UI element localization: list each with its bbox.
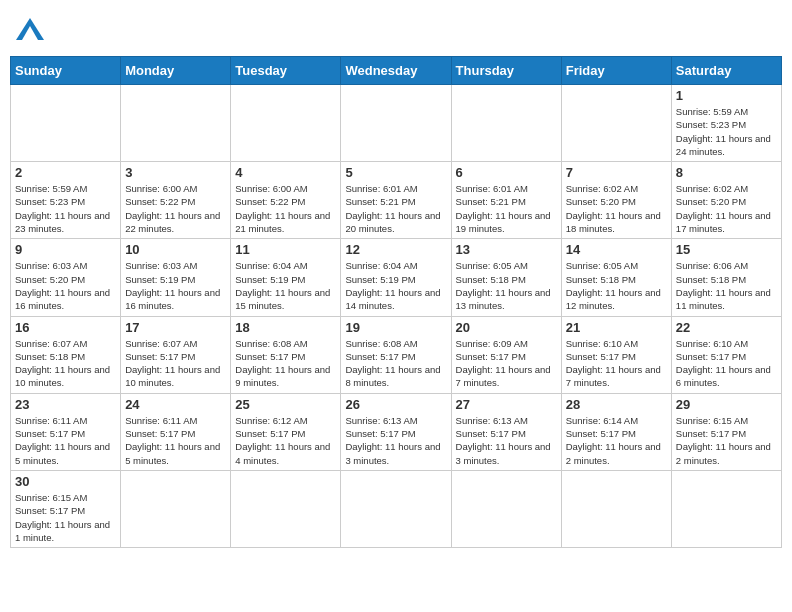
calendar-week-row: 16Sunrise: 6:07 AMSunset: 5:18 PMDayligh… bbox=[11, 316, 782, 393]
day-number: 13 bbox=[456, 242, 557, 257]
day-info: Sunrise: 6:06 AMSunset: 5:18 PMDaylight:… bbox=[676, 259, 777, 312]
calendar-cell: 19Sunrise: 6:08 AMSunset: 5:17 PMDayligh… bbox=[341, 316, 451, 393]
column-header-thursday: Thursday bbox=[451, 57, 561, 85]
logo-icon bbox=[16, 18, 44, 40]
calendar-cell: 8Sunrise: 6:02 AMSunset: 5:20 PMDaylight… bbox=[671, 162, 781, 239]
calendar-cell bbox=[561, 470, 671, 547]
calendar-cell: 6Sunrise: 6:01 AMSunset: 5:21 PMDaylight… bbox=[451, 162, 561, 239]
calendar-cell bbox=[231, 85, 341, 162]
calendar-cell: 21Sunrise: 6:10 AMSunset: 5:17 PMDayligh… bbox=[561, 316, 671, 393]
calendar-cell bbox=[11, 85, 121, 162]
calendar-week-row: 2Sunrise: 5:59 AMSunset: 5:23 PMDaylight… bbox=[11, 162, 782, 239]
day-info: Sunrise: 6:11 AMSunset: 5:17 PMDaylight:… bbox=[125, 414, 226, 467]
day-number: 10 bbox=[125, 242, 226, 257]
calendar-cell: 5Sunrise: 6:01 AMSunset: 5:21 PMDaylight… bbox=[341, 162, 451, 239]
day-info: Sunrise: 6:01 AMSunset: 5:21 PMDaylight:… bbox=[345, 182, 446, 235]
column-header-wednesday: Wednesday bbox=[341, 57, 451, 85]
calendar-cell: 16Sunrise: 6:07 AMSunset: 5:18 PMDayligh… bbox=[11, 316, 121, 393]
calendar-cell bbox=[341, 470, 451, 547]
calendar-cell: 7Sunrise: 6:02 AMSunset: 5:20 PMDaylight… bbox=[561, 162, 671, 239]
calendar-cell: 30Sunrise: 6:15 AMSunset: 5:17 PMDayligh… bbox=[11, 470, 121, 547]
calendar-week-row: 1Sunrise: 5:59 AMSunset: 5:23 PMDaylight… bbox=[11, 85, 782, 162]
calendar-week-row: 9Sunrise: 6:03 AMSunset: 5:20 PMDaylight… bbox=[11, 239, 782, 316]
day-info: Sunrise: 6:13 AMSunset: 5:17 PMDaylight:… bbox=[456, 414, 557, 467]
calendar-cell: 2Sunrise: 5:59 AMSunset: 5:23 PMDaylight… bbox=[11, 162, 121, 239]
day-number: 11 bbox=[235, 242, 336, 257]
day-number: 3 bbox=[125, 165, 226, 180]
logo bbox=[14, 18, 44, 40]
day-info: Sunrise: 6:07 AMSunset: 5:18 PMDaylight:… bbox=[15, 337, 116, 390]
day-number: 14 bbox=[566, 242, 667, 257]
calendar-cell: 22Sunrise: 6:10 AMSunset: 5:17 PMDayligh… bbox=[671, 316, 781, 393]
calendar-table: SundayMondayTuesdayWednesdayThursdayFrid… bbox=[10, 56, 782, 548]
calendar-week-row: 30Sunrise: 6:15 AMSunset: 5:17 PMDayligh… bbox=[11, 470, 782, 547]
calendar-cell: 26Sunrise: 6:13 AMSunset: 5:17 PMDayligh… bbox=[341, 393, 451, 470]
calendar-cell: 12Sunrise: 6:04 AMSunset: 5:19 PMDayligh… bbox=[341, 239, 451, 316]
day-number: 26 bbox=[345, 397, 446, 412]
page-header bbox=[10, 10, 782, 48]
column-header-friday: Friday bbox=[561, 57, 671, 85]
day-info: Sunrise: 6:11 AMSunset: 5:17 PMDaylight:… bbox=[15, 414, 116, 467]
day-info: Sunrise: 6:08 AMSunset: 5:17 PMDaylight:… bbox=[235, 337, 336, 390]
day-info: Sunrise: 6:01 AMSunset: 5:21 PMDaylight:… bbox=[456, 182, 557, 235]
day-number: 2 bbox=[15, 165, 116, 180]
calendar-cell: 10Sunrise: 6:03 AMSunset: 5:19 PMDayligh… bbox=[121, 239, 231, 316]
day-number: 21 bbox=[566, 320, 667, 335]
day-info: Sunrise: 6:04 AMSunset: 5:19 PMDaylight:… bbox=[235, 259, 336, 312]
calendar-cell: 13Sunrise: 6:05 AMSunset: 5:18 PMDayligh… bbox=[451, 239, 561, 316]
calendar-cell: 23Sunrise: 6:11 AMSunset: 5:17 PMDayligh… bbox=[11, 393, 121, 470]
day-number: 29 bbox=[676, 397, 777, 412]
day-number: 9 bbox=[15, 242, 116, 257]
day-number: 24 bbox=[125, 397, 226, 412]
day-info: Sunrise: 6:15 AMSunset: 5:17 PMDaylight:… bbox=[676, 414, 777, 467]
day-number: 18 bbox=[235, 320, 336, 335]
calendar-cell bbox=[121, 85, 231, 162]
day-info: Sunrise: 6:05 AMSunset: 5:18 PMDaylight:… bbox=[456, 259, 557, 312]
day-info: Sunrise: 6:04 AMSunset: 5:19 PMDaylight:… bbox=[345, 259, 446, 312]
day-number: 8 bbox=[676, 165, 777, 180]
day-info: Sunrise: 6:03 AMSunset: 5:20 PMDaylight:… bbox=[15, 259, 116, 312]
day-info: Sunrise: 6:03 AMSunset: 5:19 PMDaylight:… bbox=[125, 259, 226, 312]
day-info: Sunrise: 6:14 AMSunset: 5:17 PMDaylight:… bbox=[566, 414, 667, 467]
column-header-saturday: Saturday bbox=[671, 57, 781, 85]
calendar-cell: 15Sunrise: 6:06 AMSunset: 5:18 PMDayligh… bbox=[671, 239, 781, 316]
day-number: 17 bbox=[125, 320, 226, 335]
column-header-monday: Monday bbox=[121, 57, 231, 85]
day-info: Sunrise: 6:13 AMSunset: 5:17 PMDaylight:… bbox=[345, 414, 446, 467]
column-header-tuesday: Tuesday bbox=[231, 57, 341, 85]
day-info: Sunrise: 6:12 AMSunset: 5:17 PMDaylight:… bbox=[235, 414, 336, 467]
calendar-cell: 11Sunrise: 6:04 AMSunset: 5:19 PMDayligh… bbox=[231, 239, 341, 316]
calendar-cell: 4Sunrise: 6:00 AMSunset: 5:22 PMDaylight… bbox=[231, 162, 341, 239]
calendar-cell: 9Sunrise: 6:03 AMSunset: 5:20 PMDaylight… bbox=[11, 239, 121, 316]
calendar-cell: 25Sunrise: 6:12 AMSunset: 5:17 PMDayligh… bbox=[231, 393, 341, 470]
column-header-sunday: Sunday bbox=[11, 57, 121, 85]
day-info: Sunrise: 6:05 AMSunset: 5:18 PMDaylight:… bbox=[566, 259, 667, 312]
day-number: 25 bbox=[235, 397, 336, 412]
day-number: 19 bbox=[345, 320, 446, 335]
day-number: 28 bbox=[566, 397, 667, 412]
calendar-cell: 20Sunrise: 6:09 AMSunset: 5:17 PMDayligh… bbox=[451, 316, 561, 393]
day-number: 1 bbox=[676, 88, 777, 103]
calendar-cell bbox=[231, 470, 341, 547]
calendar-cell bbox=[341, 85, 451, 162]
calendar-cell: 24Sunrise: 6:11 AMSunset: 5:17 PMDayligh… bbox=[121, 393, 231, 470]
calendar-cell: 1Sunrise: 5:59 AMSunset: 5:23 PMDaylight… bbox=[671, 85, 781, 162]
day-info: Sunrise: 6:10 AMSunset: 5:17 PMDaylight:… bbox=[676, 337, 777, 390]
day-info: Sunrise: 6:10 AMSunset: 5:17 PMDaylight:… bbox=[566, 337, 667, 390]
calendar-week-row: 23Sunrise: 6:11 AMSunset: 5:17 PMDayligh… bbox=[11, 393, 782, 470]
calendar-cell: 14Sunrise: 6:05 AMSunset: 5:18 PMDayligh… bbox=[561, 239, 671, 316]
day-number: 23 bbox=[15, 397, 116, 412]
day-info: Sunrise: 6:00 AMSunset: 5:22 PMDaylight:… bbox=[235, 182, 336, 235]
calendar-cell: 3Sunrise: 6:00 AMSunset: 5:22 PMDaylight… bbox=[121, 162, 231, 239]
calendar-cell bbox=[451, 85, 561, 162]
day-number: 5 bbox=[345, 165, 446, 180]
day-number: 4 bbox=[235, 165, 336, 180]
day-info: Sunrise: 6:00 AMSunset: 5:22 PMDaylight:… bbox=[125, 182, 226, 235]
day-number: 12 bbox=[345, 242, 446, 257]
day-info: Sunrise: 6:09 AMSunset: 5:17 PMDaylight:… bbox=[456, 337, 557, 390]
calendar-cell: 27Sunrise: 6:13 AMSunset: 5:17 PMDayligh… bbox=[451, 393, 561, 470]
calendar-cell bbox=[561, 85, 671, 162]
day-info: Sunrise: 5:59 AMSunset: 5:23 PMDaylight:… bbox=[676, 105, 777, 158]
calendar-cell bbox=[671, 470, 781, 547]
calendar-cell bbox=[451, 470, 561, 547]
